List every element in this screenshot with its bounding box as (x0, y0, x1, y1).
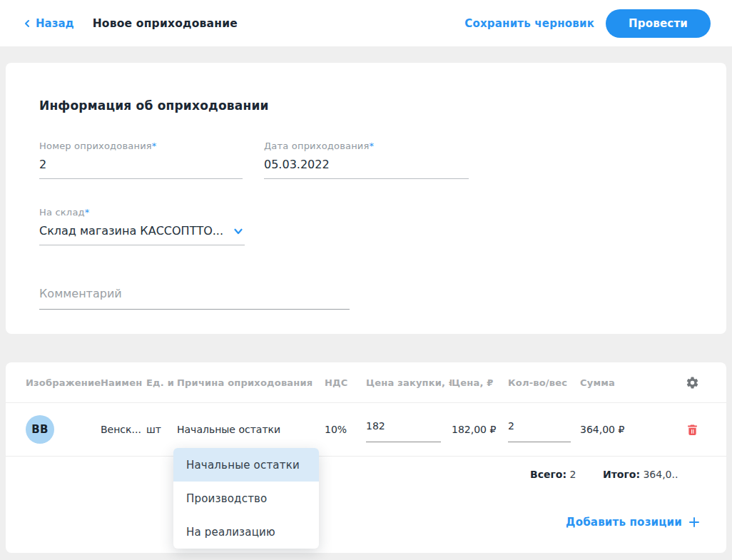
date-field[interactable] (264, 151, 469, 179)
purchase-price-input[interactable] (366, 417, 441, 442)
cell-name: Венск... (101, 424, 146, 435)
chevron-down-icon (232, 225, 245, 238)
trash-icon (686, 423, 699, 437)
page-title: Новое оприходование (93, 17, 238, 30)
date-field-label: Дата оприходования* (264, 141, 469, 151)
dropdown-option-for-sale[interactable]: На реализацию (173, 515, 319, 549)
totals-row: Всего: 2 Итого: 364,0... (6, 457, 726, 492)
table-header-row: Изображение Наимен Ед. и Причина оприход… (6, 362, 726, 403)
table-settings-button[interactable] (684, 375, 701, 391)
plus-icon (688, 516, 701, 529)
cell-reason-select[interactable]: Начальные остатки (177, 424, 325, 435)
total-sum: Итого: 364,0... (580, 469, 678, 480)
col-header-sum: Сумма (580, 377, 678, 388)
table-row: ВВ Венск... шт Начальные остатки 10% 182… (6, 403, 726, 457)
col-header-vat: НДС (325, 377, 366, 388)
save-draft-link[interactable]: Сохранить черновик (464, 17, 594, 30)
col-header-price: Цена, ₽ (452, 377, 508, 388)
number-field-label: Номер оприходования* (39, 141, 243, 151)
comment-field[interactable] (39, 282, 350, 310)
warehouse-selected-value: Склад магазина КАССОПТТО... (39, 224, 223, 238)
col-header-quantity: Кол-во/вес (508, 377, 580, 388)
page: Назад Новое оприходование Сохранить черн… (0, 0, 732, 560)
back-label: Назад (36, 17, 74, 30)
submit-button[interactable]: Провести (606, 9, 711, 38)
quantity-input[interactable] (508, 417, 571, 442)
cell-price: 182,00 ₽ (452, 424, 508, 435)
required-mark: * (152, 141, 157, 151)
col-header-name: Наимен (101, 377, 146, 388)
receipt-info-card: Информация об оприходовании Номер оприхо… (6, 63, 726, 334)
warehouse-select[interactable]: Склад магазина КАССОПТТО... (39, 218, 245, 245)
cell-sum: 364,00 ₽ (580, 424, 678, 435)
chevron-left-icon (21, 18, 33, 29)
reason-dropdown: Начальные остатки Производство На реализ… (173, 448, 319, 549)
col-header-unit: Ед. и (146, 377, 177, 388)
gear-icon (686, 376, 699, 390)
form-heading: Информация об оприходовании (39, 98, 693, 113)
topbar: Назад Новое оприходование Сохранить черн… (0, 0, 732, 46)
dropdown-option-initial-balances[interactable]: Начальные остатки (173, 448, 319, 482)
add-positions-label: Добавить позиции (566, 516, 682, 529)
product-avatar: ВВ (26, 415, 54, 444)
required-mark: * (85, 207, 90, 218)
warehouse-field-label: На склад* (39, 207, 245, 218)
positions-table-card: Изображение Наимен Ед. и Причина оприход… (6, 362, 726, 553)
add-positions-link[interactable]: Добавить позиции (566, 516, 701, 529)
cell-unit: шт (146, 424, 177, 435)
col-header-reason: Причина оприходования (177, 377, 325, 388)
col-header-image: Изображение (26, 377, 101, 388)
number-field[interactable] (39, 151, 243, 179)
back-button[interactable]: Назад (21, 17, 74, 30)
total-quantity: Всего: 2 (508, 469, 580, 480)
dropdown-option-production[interactable]: Производство (173, 482, 319, 515)
cell-vat: 10% (325, 424, 366, 435)
col-header-purchase-price: Цена закупки, ₽ (366, 377, 452, 388)
delete-row-button[interactable] (684, 422, 701, 438)
required-mark: * (370, 141, 375, 151)
